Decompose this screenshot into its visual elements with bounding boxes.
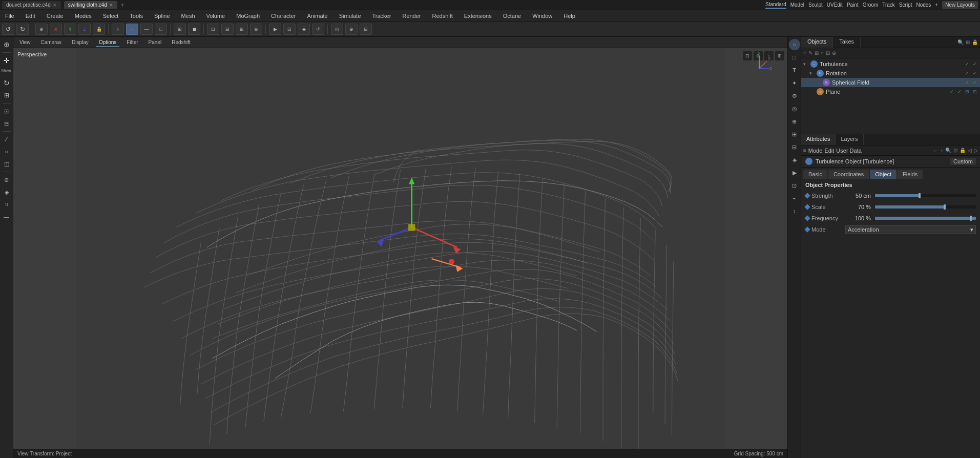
- grid-button[interactable]: ⊞: [236, 24, 248, 35]
- layout-model[interactable]: Model: [790, 2, 804, 8]
- right-icon-text[interactable]: T: [789, 65, 800, 76]
- layout-script[interactable]: Script: [899, 2, 912, 8]
- attr-fields-tab[interactable]: Fields: [898, 170, 923, 179]
- obj-turbulence-check1[interactable]: ✓: [964, 61, 970, 67]
- layout-add[interactable]: +: [935, 2, 938, 8]
- obj-spherical-check1[interactable]: ✓: [964, 80, 970, 85]
- rotate-tool[interactable]: ↻: [1, 77, 12, 89]
- menu-simulate[interactable]: Simulate: [337, 12, 363, 20]
- right-icon-field[interactable]: ◎: [789, 103, 800, 114]
- menu-volume[interactable]: Volume: [204, 12, 227, 20]
- eyedrop-tool[interactable]: ⊘: [1, 174, 12, 185]
- menu-octane[interactable]: Octane: [501, 12, 523, 20]
- redo-button[interactable]: ↻: [16, 24, 29, 35]
- menu-tracker[interactable]: Tracker: [370, 12, 393, 20]
- obj-plane-check4[interactable]: ⊟: [972, 89, 978, 94]
- right-icon-anim[interactable]: ◈: [789, 154, 800, 165]
- fill-tool[interactable]: ◈: [1, 186, 12, 198]
- menu-tools[interactable]: Tools: [128, 12, 145, 20]
- attr-custom-button[interactable]: Custom: [950, 158, 976, 165]
- coord-z-button[interactable]: Z: [78, 24, 91, 35]
- obj-toolbar-obj[interactable]: ○: [821, 50, 824, 56]
- right-icon-star[interactable]: ✦: [789, 77, 800, 89]
- tab-douvet[interactable]: douvet practise.c4d ✕: [2, 1, 61, 9]
- menu-redshift[interactable]: Redshift: [430, 12, 454, 20]
- solid-button[interactable]: ◼: [188, 24, 200, 35]
- menu-help[interactable]: Help: [561, 12, 577, 20]
- objects-lock-icon[interactable]: 🔒: [972, 39, 978, 45]
- vp-tab-panel[interactable]: Panel: [145, 38, 165, 46]
- menu-edit[interactable]: Edit: [24, 12, 37, 20]
- attr-toolbar-userdata[interactable]: User Data: [836, 148, 862, 154]
- coord-world-button[interactable]: ⊕: [35, 24, 48, 35]
- mode-point-button[interactable]: ·: [126, 24, 138, 35]
- takes-tab[interactable]: Takes: [833, 37, 861, 48]
- cursor-tool[interactable]: ⊕: [1, 39, 12, 50]
- obj-toolbar-menu[interactable]: ≡: [803, 50, 806, 56]
- pen-tool[interactable]: ⌗: [1, 199, 12, 210]
- anim-button[interactable]: ◎: [331, 24, 343, 35]
- right-icon-cam[interactable]: ⊕: [789, 116, 800, 127]
- vp-tab-view[interactable]: View: [16, 38, 34, 46]
- attr-coord-tab[interactable]: Coordinates: [828, 170, 869, 179]
- snap2-button[interactable]: ⊟: [221, 24, 234, 35]
- attr-scale-slider[interactable]: [875, 205, 976, 209]
- obj-plane-check2[interactable]: ✓: [956, 89, 963, 94]
- layout-sculpt[interactable]: Sculpt: [808, 2, 823, 8]
- mode-poly-button[interactable]: □: [155, 24, 167, 35]
- attributes-tab[interactable]: Attributes: [801, 134, 836, 145]
- attr-toolbar-search[interactable]: 🔍: [945, 148, 951, 153]
- tab-add-button[interactable]: +: [120, 1, 124, 9]
- tab-douvet-close[interactable]: ✕: [53, 3, 57, 8]
- vp-tab-redshift[interactable]: Redshift: [169, 38, 194, 46]
- knife-tool[interactable]: ∕: [1, 134, 12, 145]
- obj-rotation[interactable]: ▾ ↻ Rotation ✓ ✓: [801, 69, 980, 78]
- attr-strength-slider[interactable]: [875, 194, 976, 197]
- menu-select[interactable]: Select: [101, 12, 121, 20]
- vp-tab-display[interactable]: Display: [69, 38, 92, 46]
- render-button[interactable]: ▶: [269, 24, 281, 35]
- right-icon-light[interactable]: ⊞: [789, 129, 800, 140]
- menu-character[interactable]: Character: [269, 12, 298, 20]
- attr-frequency-slider[interactable]: [875, 217, 976, 220]
- objects-home-icon[interactable]: ⊞: [966, 39, 970, 45]
- layout-nodes[interactable]: Nodes: [916, 2, 931, 8]
- viewport[interactable]: View Cameras Display Options Filter Pane…: [13, 37, 787, 458]
- right-icon-gear[interactable]: ⚙: [789, 90, 800, 101]
- obj-toolbar-bm[interactable]: ⊕: [832, 50, 836, 56]
- line-tool[interactable]: —: [1, 211, 12, 222]
- obj-plane-check3[interactable]: ⊞: [964, 89, 970, 94]
- menu-animate[interactable]: Animate: [305, 12, 329, 20]
- viewport-canvas[interactable]: Perspective Default Camera ↗ ⊡ ⊕ ↕ ⊞ X Y…: [13, 48, 787, 458]
- vp-tab-filter[interactable]: Filter: [123, 38, 141, 46]
- obj-rotation-check1[interactable]: ✓: [964, 71, 970, 76]
- attr-toolbar-next[interactable]: ▷: [974, 148, 978, 153]
- attr-strength-value[interactable]: 50 cm: [845, 193, 871, 199]
- undo-button[interactable]: ↺: [2, 24, 14, 35]
- right-icon-mat[interactable]: ⊡: [789, 180, 800, 191]
- menu-render[interactable]: Render: [400, 12, 423, 20]
- menu-create[interactable]: Create: [45, 12, 66, 20]
- attr-toolbar-menu[interactable]: ≡: [803, 148, 806, 153]
- attr-toolbar-back[interactable]: ←: [933, 148, 939, 154]
- attr-toolbar-lock[interactable]: 🔒: [960, 148, 966, 153]
- menu-file[interactable]: File: [3, 12, 16, 20]
- tab-swirling-close[interactable]: ✕: [109, 3, 113, 8]
- obj-turbulence[interactable]: ▾ ~ Turbulence ✓ ✓: [801, 59, 980, 69]
- obj-toolbar-edit[interactable]: ✎: [808, 50, 812, 56]
- menu-spline[interactable]: Spline: [152, 12, 172, 20]
- attr-toolbar-prev[interactable]: ◁: [968, 148, 972, 153]
- select-tool[interactable]: ⊡: [1, 106, 12, 117]
- menu-mesh[interactable]: Mesh: [179, 12, 197, 20]
- render3-button[interactable]: ◈: [298, 24, 310, 35]
- obj-toolbar-tag[interactable]: ⊟: [826, 50, 830, 56]
- obj-plane[interactable]: ▸ ▱ Plane ✓ ✓ ⊞ ⊟: [801, 87, 980, 96]
- objects-search-icon[interactable]: 🔍: [957, 39, 964, 45]
- layout-paint[interactable]: Paint: [847, 2, 859, 8]
- obj-spherical-check2[interactable]: ✓: [972, 80, 978, 85]
- layout-groom[interactable]: Groom: [863, 2, 879, 8]
- layers-tab[interactable]: Layers: [836, 134, 863, 145]
- axis-button[interactable]: ⊕: [250, 24, 262, 35]
- coord-lock-button[interactable]: 🔒: [93, 24, 105, 35]
- scale-tool[interactable]: ⊞: [1, 90, 12, 101]
